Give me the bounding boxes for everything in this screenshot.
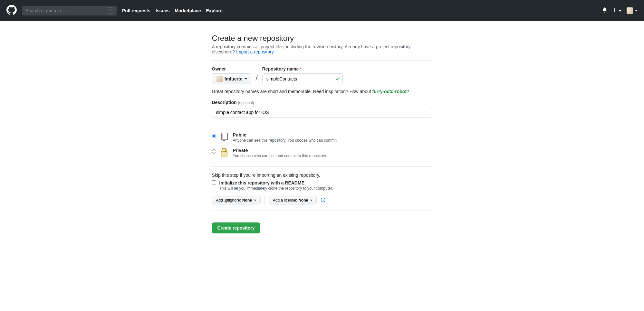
user-menu-dropdown[interactable] (627, 7, 638, 14)
nav-issues[interactable]: Issues (156, 8, 170, 13)
page-title: Create a new repository (212, 34, 432, 43)
owner-avatar-icon (216, 76, 223, 82)
caret-down-icon (254, 200, 256, 201)
caret-down-icon (245, 78, 247, 80)
visibility-public-note: Anyone can see this repository. You choo… (233, 138, 338, 143)
description-field: Description (optional) (212, 100, 432, 118)
svg-rect-2 (221, 151, 227, 156)
initialize-readme-title: Initialize this repository with a README (219, 180, 304, 185)
nav-marketplace[interactable]: Marketplace (175, 8, 201, 13)
create-repository-button[interactable]: Create repository (212, 222, 260, 233)
owner-value: fmfuerte (225, 76, 243, 81)
visibility-private-radio[interactable] (212, 149, 216, 154)
divider (264, 196, 265, 205)
visibility-public-radio[interactable] (212, 134, 216, 138)
skip-import-text: Skip this step if you're importing an ex… (212, 173, 432, 178)
create-new-dropdown[interactable] (612, 8, 621, 13)
repo-name-label: Repository name * (262, 66, 343, 71)
search-input[interactable] (25, 8, 107, 13)
import-repository-link[interactable]: Import a repository. (236, 49, 275, 54)
nav-explore[interactable]: Explore (206, 8, 222, 13)
page-subhead: A repository contains all project files,… (212, 44, 432, 54)
visibility-private-note: You choose who can see and commit to thi… (233, 154, 327, 158)
check-icon (335, 76, 340, 82)
divider (212, 211, 432, 211)
license-dropdown[interactable]: Add a license: None (269, 196, 317, 204)
svg-rect-0 (221, 133, 227, 140)
notifications-icon[interactable] (602, 7, 607, 14)
slash-separator: / (255, 74, 259, 84)
github-logo-icon[interactable] (6, 5, 17, 16)
repo-name-suggestion[interactable]: furry-octo-robot (372, 89, 407, 94)
owner-label: Owner (212, 66, 251, 71)
divider (212, 60, 432, 61)
owner-select[interactable]: fmfuerte (212, 73, 251, 84)
init-dropdown-row: Add .gitignore: None Add a license: None (212, 196, 432, 205)
user-avatar-icon (627, 7, 633, 14)
description-input[interactable] (212, 107, 432, 118)
slash-key-hint: / (107, 7, 113, 14)
global-header: / Pull requests Issues Marketplace Explo… (0, 0, 644, 21)
repo-icon (219, 132, 230, 142)
visibility-options: Public Anyone can see this repository. Y… (212, 130, 432, 161)
owner-field: Owner fmfuerte (212, 66, 251, 84)
divider (212, 124, 432, 124)
owner-repo-row: Owner fmfuerte / Repository name * (212, 66, 432, 84)
initialize-readme-note: This will let you immediately clone the … (219, 186, 333, 191)
gitignore-dropdown[interactable]: Add .gitignore: None (212, 196, 261, 204)
description-label: Description (optional) (212, 100, 254, 105)
info-icon[interactable] (321, 197, 326, 203)
header-right (602, 7, 638, 14)
repo-name-field: Repository name * (262, 66, 343, 84)
visibility-private-title: Private (233, 148, 248, 153)
visibility-public-option[interactable]: Public Anyone can see this repository. Y… (212, 130, 432, 145)
lock-icon (219, 147, 230, 157)
visibility-private-option[interactable]: Private You choose who can see and commi… (212, 145, 432, 161)
main-content: Create a new repository A repository con… (209, 34, 435, 246)
repo-name-helper: Great repository names are short and mem… (212, 89, 432, 94)
search-input-wrapper[interactable]: / (22, 6, 117, 15)
primary-nav: Pull requests Issues Marketplace Explore (122, 8, 223, 13)
initialize-readme-option[interactable]: Initialize this repository with a README… (212, 180, 432, 191)
repo-name-input[interactable] (262, 73, 343, 84)
visibility-public-title: Public (233, 132, 246, 137)
nav-pull-requests[interactable]: Pull requests (122, 8, 150, 13)
caret-down-icon (310, 200, 312, 201)
initialize-readme-checkbox[interactable] (212, 180, 216, 184)
svg-point-5 (323, 198, 323, 199)
divider (212, 166, 432, 167)
